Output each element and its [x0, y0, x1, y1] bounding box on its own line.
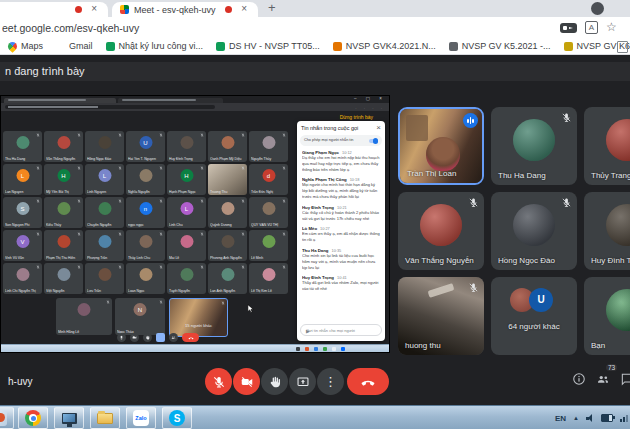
- mic-off-icon: [200, 265, 204, 269]
- mic-off-icon: [159, 166, 163, 170]
- language-indicator[interactable]: EN: [555, 414, 566, 423]
- profile-avatar[interactable]: [591, 2, 604, 15]
- participant-tile[interactable]: 64 người khác: [491, 277, 577, 355]
- participant-name: Tuyết Nguyễn: [169, 289, 204, 293]
- bookmark-label: Maps: [21, 41, 43, 51]
- chat-button[interactable]: [620, 372, 630, 390]
- grid-tile: n ngọc ngọc: [126, 197, 165, 228]
- info-button[interactable]: [572, 372, 586, 390]
- mic-off-icon: [118, 265, 122, 269]
- translate-icon[interactable]: A: [585, 21, 598, 34]
- grid-tile: Thùy Linh Chu: [126, 230, 165, 261]
- chat-title: Tin nhắn trong cuộc gọi: [301, 125, 381, 131]
- bookmark-item[interactable]: NVSP GV K5.2021 -...: [449, 41, 551, 51]
- end-call-button[interactable]: [347, 368, 389, 395]
- participant-tile[interactable]: Hồng Ngọc Đào: [491, 192, 577, 270]
- participant-tile[interactable]: Bạn: [584, 277, 630, 355]
- grid-tile: Lan Anh Nguyễn: [208, 263, 247, 294]
- participant-name: Quỳnh Dương: [210, 223, 245, 227]
- browser-tab-meet[interactable]: Meet - esv-qkeh-uvy ×: [112, 2, 258, 17]
- participant-tile[interactable]: huong thu: [398, 277, 484, 355]
- avatar: [221, 136, 234, 149]
- taskbar-app-zalo[interactable]: Zalo: [126, 407, 156, 429]
- participant-tile[interactable]: Trần Thị Loan: [398, 107, 484, 185]
- avatar: [262, 268, 275, 281]
- call-controls: ⋮: [205, 368, 389, 395]
- url-text[interactable]: eet.google.com/esv-qkeh-uvy: [2, 22, 139, 34]
- raise-hand-button[interactable]: [261, 368, 288, 395]
- tab-close-icon[interactable]: ×: [241, 3, 247, 14]
- grid-tile: Thu Ha Dang: [3, 131, 42, 162]
- participant-tile[interactable]: Thu Ha Dang: [491, 107, 577, 185]
- volume-icon[interactable]: [586, 414, 594, 422]
- present-button[interactable]: [289, 368, 316, 395]
- bookmark-item[interactable]: NVSP GVK4.2021.N...: [333, 41, 436, 51]
- app-icon: [0, 410, 7, 426]
- chat-input: Gửi tin nhắn cho mọi người ▶: [300, 324, 382, 336]
- participant-tile[interactable]: Huy Đình Trọng: [584, 192, 630, 270]
- grid-tile: Hồng Ngọc Đào: [85, 131, 124, 162]
- reading-list-icon[interactable]: [617, 41, 628, 53]
- participant-avatar: [513, 204, 555, 246]
- browser-tab-partial[interactable]: ×: [0, 2, 108, 17]
- participant-tile[interactable]: Thủy Trang: [584, 107, 630, 185]
- chat-message: Huy Đình Trọng10:21 Các thầy cô chú ý ho…: [302, 205, 380, 222]
- grid-tile: Lưu Trần: [85, 263, 124, 294]
- taskbar-app-explorer[interactable]: [90, 407, 120, 429]
- battery-icon[interactable]: [601, 414, 613, 422]
- participant-name: Trần Thị Loan: [407, 169, 456, 178]
- participant-tile[interactable]: Văn Thắng Nguyễn: [398, 192, 484, 270]
- mic-off-button[interactable]: [205, 368, 232, 395]
- mic-off-icon: [468, 282, 479, 293]
- avatar: L: [180, 202, 193, 215]
- participant-name: Văn Thắng Nguyễn: [405, 256, 474, 265]
- chrome-icon: [25, 410, 41, 426]
- participant-name: Phượng Trần: [87, 256, 122, 260]
- folder-icon: [97, 413, 113, 424]
- zalo-icon: Zalo: [133, 410, 149, 426]
- participant-name: Lan Nguyen: [5, 190, 40, 194]
- participant-name: Mai Lề: [169, 256, 204, 260]
- mic-off-icon: [36, 232, 40, 236]
- grid-tile: L Lan Nguyen: [3, 164, 42, 195]
- taskbar-app-skype[interactable]: S: [162, 407, 192, 429]
- mic-off-icon: [159, 133, 163, 137]
- taskbar-app-display[interactable]: [54, 407, 84, 429]
- mic-off-icon: [241, 199, 245, 203]
- grid-tile: Minh Hằng Lê: [56, 298, 112, 335]
- participant-avatar: [420, 204, 462, 246]
- bookmark-item[interactable]: Nhật ký lưu công vi...: [106, 41, 204, 51]
- bookmark-star-icon[interactable]: ☆: [606, 20, 617, 34]
- mic-off-icon: [36, 166, 40, 170]
- taskbar-app-chrome[interactable]: [18, 407, 48, 429]
- chat-message: Huy Đình Trọng10:41 Thầy đã gửi link vào…: [302, 275, 380, 292]
- network-icon[interactable]: [620, 415, 628, 422]
- participants-button[interactable]: [596, 372, 610, 390]
- participant-name: Lê Minh: [251, 256, 286, 260]
- avatar: [221, 235, 234, 248]
- tab-close-icon[interactable]: ×: [91, 3, 97, 14]
- new-tab-button[interactable]: +: [268, 0, 276, 15]
- participant-name: Truong Thu: [210, 190, 245, 194]
- participant-name: Văn Thắng Nguyễn: [46, 157, 81, 161]
- grid-tile: Oanh Phạm Mỹ Diệu: [208, 131, 247, 162]
- avatar: [98, 136, 111, 149]
- stop-presenting-label: Dừng trình bày: [340, 114, 373, 120]
- address-bar[interactable]: eet.google.com/esv-qkeh-uvy A ☆: [0, 17, 630, 39]
- bookmark-item[interactable]: Gmail: [56, 41, 93, 51]
- grid-tile: Kiều Thúy: [44, 197, 83, 228]
- taskbar-app-partial[interactable]: [0, 407, 14, 429]
- grid-tile: Lê Minh: [249, 230, 288, 261]
- participant-name: Việt Nguyễn: [46, 289, 81, 293]
- inner-chat-panel: Tin nhắn trong cuộc gọi × Cho phép mọi n…: [297, 121, 385, 341]
- grid-tile: Loan Ngọc: [126, 263, 165, 294]
- grid-tile: H Hạnh Phạm Ngọc: [167, 164, 206, 195]
- tray-expand-icon[interactable]: ▲: [573, 415, 579, 421]
- camera-off-button[interactable]: [233, 368, 260, 395]
- bookmark-item[interactable]: DS HV - NVSP TT05...: [216, 41, 320, 51]
- participant-name: Nguyễn Thúy: [251, 157, 286, 161]
- more-options-button[interactable]: ⋮: [317, 368, 344, 395]
- inner-end-call-button: [182, 333, 199, 342]
- avatar: L: [98, 169, 111, 182]
- bookmark-item[interactable]: Maps: [8, 41, 43, 51]
